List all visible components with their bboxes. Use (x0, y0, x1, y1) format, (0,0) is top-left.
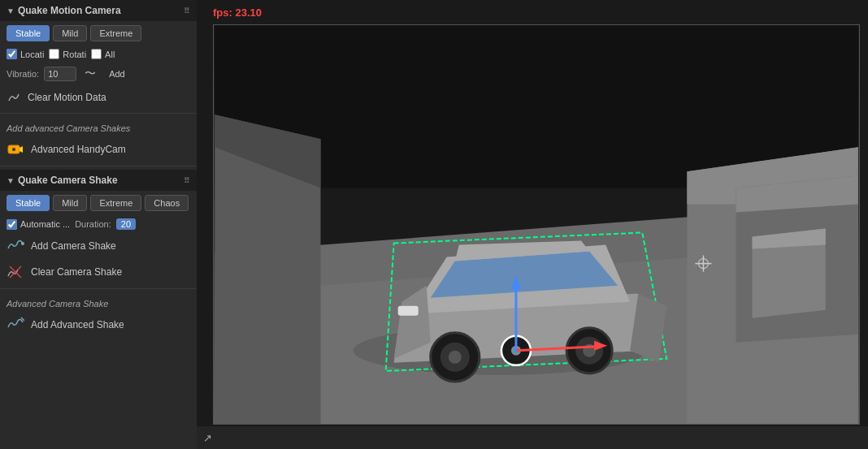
locati-checkbox[interactable] (7, 49, 17, 59)
add-camera-shake-row[interactable]: Add Camera Shake (0, 233, 197, 259)
camera-icon (7, 140, 24, 158)
svg-point-30 (449, 351, 462, 364)
tab-mild-shake[interactable]: Mild (53, 195, 87, 211)
curve-btn[interactable]: 〜 (81, 66, 99, 82)
rotati-checkbox[interactable] (49, 49, 59, 59)
vibration-label: Vibratio: (7, 69, 39, 79)
fps-value: fps: 23.10 (213, 6, 262, 19)
svg-point-2 (12, 148, 16, 152)
shake-tabs-row: Stable Mild Extreme Chaos (0, 191, 197, 215)
clear-motion-label: Clear Motion Data (28, 92, 106, 103)
add-advanced-shakes-title: Add advanced Camera Shakes (0, 117, 197, 136)
divider-1 (0, 113, 197, 114)
tab-stable-shake[interactable]: Stable (7, 195, 50, 211)
scene-svg (214, 25, 859, 424)
tab-mild-motion[interactable]: Mild (53, 25, 87, 41)
clear-shake-icon (7, 263, 24, 281)
add-advanced-shake-row[interactable]: Add Advanced Shake (0, 312, 197, 338)
tab-extreme-shake[interactable]: Extreme (90, 195, 141, 211)
quake-camera-shake-header: ▼ Quake Camera Shake ⠿ (0, 170, 197, 191)
quake-shake-title: Quake Camera Shake (18, 175, 118, 186)
duration-label: Duration: (75, 219, 111, 229)
all-label: All (91, 49, 115, 59)
right-panel: fps: 23.10 (197, 0, 868, 449)
fps-display: fps: 23.10 (213, 6, 262, 19)
add-shake-icon (7, 237, 24, 255)
quake-shake-drag-handle[interactable]: ⠿ (184, 176, 190, 185)
quake-motion-section-header: ▼ Quake Motion Camera ⠿ (0, 0, 197, 21)
automatic-label: Automatic ... (7, 219, 70, 230)
tab-stable-motion[interactable]: Stable (7, 25, 50, 41)
duration-value[interactable]: 20 (116, 218, 136, 230)
all-checkbox[interactable] (91, 49, 102, 59)
tab-extreme-motion[interactable]: Extreme (90, 25, 141, 41)
rotati-label: Rotati (49, 49, 86, 59)
divider-3 (0, 288, 197, 289)
add-btn[interactable]: Add (104, 68, 130, 80)
clear-shake-label: Clear Camera Shake (31, 266, 122, 278)
vibration-row: Vibratio: 〜 Add (0, 63, 197, 85)
advanced-camera-shake-title: Advanced Camera Shake (0, 292, 197, 312)
locati-label: Locati (7, 49, 44, 59)
divider-2 (0, 166, 197, 166)
svg-point-3 (21, 242, 24, 245)
clear-motion-row[interactable]: Clear Motion Data (0, 85, 197, 110)
add-advanced-icon (7, 316, 24, 334)
advanced-handycam-row[interactable]: Advanced HandyCam (0, 136, 197, 162)
viewport-container[interactable] (213, 24, 860, 425)
viewport-3d (214, 25, 859, 424)
curve-icon (7, 90, 21, 105)
left-panel: ▼ Quake Motion Camera ⠿ Stable Mild Extr… (0, 0, 197, 449)
quake-shake-triangle[interactable]: ▼ (7, 176, 15, 185)
motion-tabs-row: Stable Mild Extreme (0, 21, 197, 45)
axis-icon: ↗ (203, 432, 212, 444)
svg-marker-1 (20, 146, 23, 153)
checkbox-row: Locati Rotati All (0, 45, 197, 63)
collapse-triangle[interactable]: ▼ (7, 6, 15, 15)
add-advanced-shake-label: Add Advanced Shake (31, 319, 124, 330)
add-shake-label: Add Camera Shake (31, 240, 116, 252)
drag-handle[interactable]: ⠿ (184, 6, 190, 15)
svg-rect-26 (398, 306, 419, 316)
tab-chaos-shake[interactable]: Chaos (145, 195, 189, 211)
bottom-bar: ↗ (197, 426, 868, 449)
handycam-label: Advanced HandyCam (31, 144, 126, 155)
clear-camera-shake-row[interactable]: Clear Camera Shake (0, 259, 197, 285)
automatic-checkbox[interactable] (7, 219, 17, 230)
vibration-input[interactable] (44, 67, 76, 81)
quake-motion-title: Quake Motion Camera (18, 5, 121, 16)
automatic-row: Automatic ... Duration: 20 (0, 215, 197, 233)
